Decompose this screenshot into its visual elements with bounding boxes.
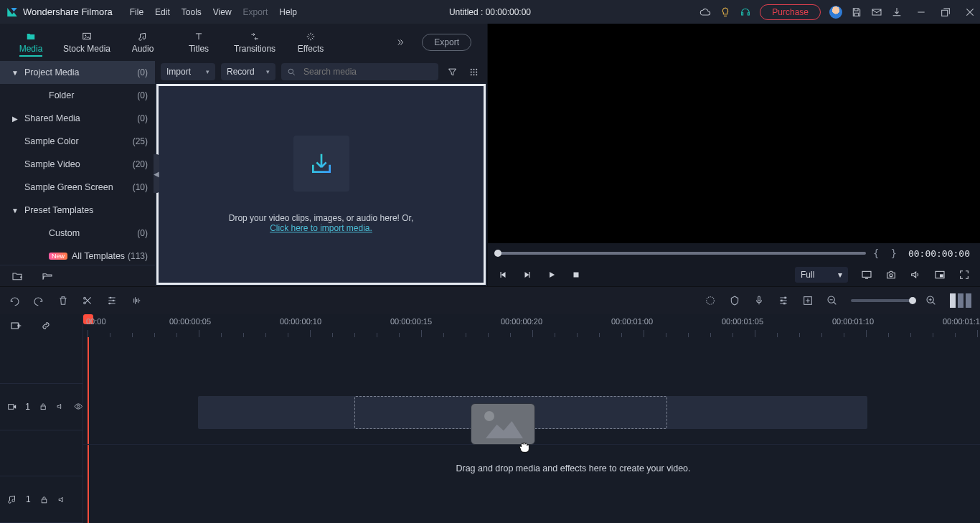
- zoom-in-icon[interactable]: [925, 295, 937, 306]
- zoom-slider[interactable]: [851, 299, 913, 302]
- zoom-knob[interactable]: [909, 297, 916, 304]
- search-icon: [287, 67, 296, 77]
- export-button[interactable]: Export: [422, 34, 471, 51]
- search-input[interactable]: [302, 66, 433, 77]
- tab-label: Transitions: [234, 44, 275, 54]
- step-back-icon[interactable]: [498, 270, 508, 280]
- zoom-out-icon[interactable]: [826, 295, 838, 306]
- tree-item-count: (0): [137, 113, 148, 123]
- window-close-icon[interactable]: [964, 6, 976, 18]
- tree-item[interactable]: ▶Custom(0): [0, 222, 155, 245]
- mute-icon[interactable]: [57, 495, 67, 504]
- filter-icon: [447, 67, 458, 77]
- mark-in-out[interactable]: {}: [873, 248, 897, 259]
- download-icon[interactable]: [891, 6, 903, 18]
- tree-item[interactable]: ▶Shared Media(0): [0, 107, 155, 130]
- account-avatar-icon[interactable]: [829, 6, 842, 19]
- ruler[interactable]: 00:0000:00:00:0500:00:00:1000:00:00:1500…: [83, 314, 980, 337]
- tree-arrow-icon[interactable]: ▼: [10, 207, 20, 215]
- display-icon[interactable]: [861, 269, 872, 281]
- timeline-track-area[interactable]: Drag and drop media and effects here to …: [83, 337, 980, 523]
- cloud-icon[interactable]: [699, 6, 711, 18]
- snapshot-icon[interactable]: [885, 269, 897, 281]
- more-tabs-button[interactable]: [390, 32, 410, 52]
- new-badge: New: [49, 253, 67, 260]
- window-restore-icon[interactable]: [940, 6, 951, 18]
- pip-icon[interactable]: [934, 269, 946, 281]
- fullscreen-icon[interactable]: [958, 269, 970, 281]
- render-icon[interactable]: [705, 295, 716, 306]
- stop-icon[interactable]: [571, 270, 581, 280]
- purchase-button[interactable]: Purchase: [760, 4, 821, 20]
- tree-item-label: Sample Green Screen: [24, 182, 113, 192]
- volume-icon[interactable]: [910, 269, 921, 281]
- menu-edit[interactable]: Edit: [149, 7, 176, 17]
- tab-audio[interactable]: Audio: [115, 24, 171, 61]
- svg-point-2: [288, 69, 293, 74]
- add-keyframe-icon[interactable]: [802, 295, 814, 306]
- play-icon[interactable]: [547, 270, 557, 280]
- marker-icon[interactable]: [729, 295, 740, 306]
- split-icon[interactable]: [82, 295, 93, 306]
- tree-arrow-icon[interactable]: ▼: [10, 69, 20, 77]
- tab-titles[interactable]: Titles: [171, 24, 227, 61]
- sliders-icon[interactable]: [106, 295, 118, 306]
- audio-track-icon: [7, 494, 17, 504]
- quality-select[interactable]: Full▾: [795, 267, 848, 283]
- headset-icon[interactable]: [740, 6, 751, 18]
- video-track-lane[interactable]: [83, 380, 980, 445]
- tree-item[interactable]: ▶Sample Color(25): [0, 130, 155, 153]
- tree-item[interactable]: ▶Sample Green Screen(10): [0, 176, 155, 199]
- menu-help[interactable]: Help: [273, 7, 303, 17]
- record-dropdown[interactable]: Record▾: [221, 63, 275, 80]
- lightbulb-icon[interactable]: [720, 6, 731, 18]
- tree-item[interactable]: ▶NewAll Templates(113): [0, 245, 155, 265]
- mixer-icon[interactable]: [778, 295, 789, 306]
- mark-in-icon[interactable]: {: [873, 248, 879, 259]
- tab-media[interactable]: Media: [3, 24, 59, 61]
- filter-button[interactable]: [444, 64, 460, 80]
- tree-item[interactable]: ▼Preset Templates: [0, 199, 155, 222]
- open-folder-icon[interactable]: [42, 270, 53, 282]
- record-label: Record: [227, 67, 255, 77]
- mute-icon[interactable]: [56, 402, 65, 411]
- tab-effects[interactable]: Effects: [283, 24, 339, 61]
- lock-icon[interactable]: [39, 402, 47, 411]
- search-media[interactable]: [281, 63, 438, 80]
- menu-view[interactable]: View: [207, 7, 237, 17]
- tree-item[interactable]: ▼Project Media(0): [0, 61, 155, 84]
- menu-file[interactable]: File: [124, 7, 149, 17]
- add-track-icon[interactable]: [10, 320, 22, 331]
- delete-icon[interactable]: [57, 295, 69, 306]
- svg-rect-12: [574, 273, 579, 278]
- step-forward-icon[interactable]: [522, 270, 532, 280]
- scrubber-knob[interactable]: [494, 250, 501, 257]
- track-height-toggle[interactable]: [950, 293, 971, 308]
- window-minimize-icon[interactable]: [915, 6, 927, 18]
- grid-view-button[interactable]: [466, 64, 481, 80]
- media-drop-zone[interactable]: Drop your video clips, images, or audio …: [156, 84, 486, 285]
- import-media-link[interactable]: Click here to import media.: [270, 223, 372, 233]
- redo-icon[interactable]: [33, 295, 44, 306]
- undo-icon[interactable]: [9, 295, 20, 306]
- panel-collapse-handle[interactable]: ◀: [154, 154, 159, 193]
- tree-item-label: Custom: [49, 228, 80, 238]
- tab-stock-media[interactable]: Stock Media: [59, 24, 115, 61]
- preview-scrubber[interactable]: [498, 252, 866, 255]
- save-icon[interactable]: [851, 6, 862, 18]
- add-folder-icon[interactable]: [11, 270, 23, 282]
- eye-icon[interactable]: [74, 402, 83, 411]
- mail-icon[interactable]: [871, 6, 882, 18]
- lock-icon[interactable]: [39, 495, 49, 504]
- link-icon[interactable]: [40, 320, 52, 331]
- waveform-icon[interactable]: [131, 295, 142, 306]
- menu-tools[interactable]: Tools: [176, 7, 207, 17]
- tab-transitions[interactable]: Transitions: [227, 24, 283, 61]
- mark-out-icon[interactable]: }: [890, 248, 896, 259]
- voiceover-icon[interactable]: [753, 295, 765, 306]
- tree-item[interactable]: ▶Sample Video(20): [0, 153, 155, 176]
- svg-point-21: [108, 303, 110, 305]
- import-dropdown[interactable]: Import▾: [161, 63, 215, 80]
- tree-arrow-icon[interactable]: ▶: [10, 115, 20, 123]
- tree-item[interactable]: ▶Folder(0): [0, 84, 155, 107]
